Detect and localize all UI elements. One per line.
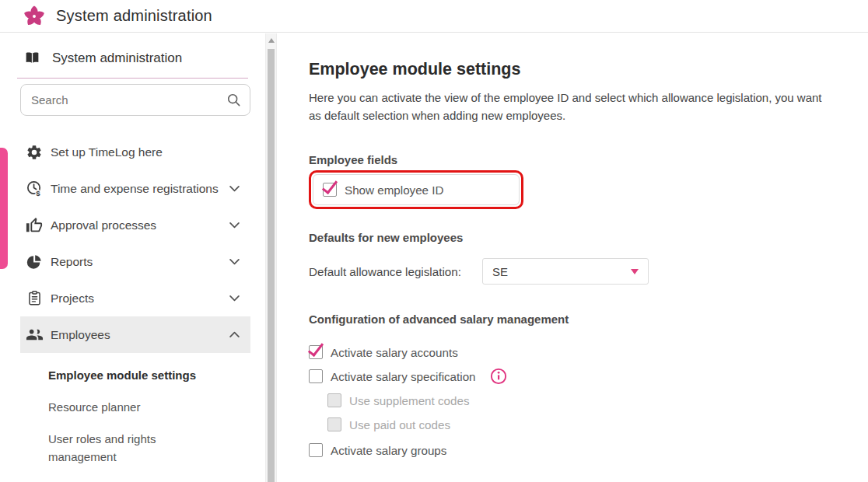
sidebar-item-label: Set up TimeLog here — [51, 145, 163, 159]
flower-logo-icon — [23, 5, 46, 28]
use-paid-out-codes-row: Use paid out codes — [327, 417, 837, 432]
search-input[interactable] — [20, 84, 250, 116]
annotation-highlight: Show employee ID — [309, 170, 523, 209]
sidebar-subitem-employee-module-settings[interactable]: Employee module settings — [0, 359, 265, 391]
employees-submenu: Employee module settings Resource planne… — [0, 353, 265, 473]
chevron-down-icon — [229, 295, 240, 302]
magnifier-icon[interactable] — [226, 92, 242, 108]
sidebar-item-employees[interactable]: Employees — [20, 316, 250, 353]
activate-salary-groups-checkbox[interactable] — [309, 443, 323, 457]
pie-chart-icon — [25, 253, 44, 271]
sidebar-title: System administration — [52, 51, 182, 66]
info-circle-icon[interactable] — [490, 368, 507, 385]
employee-id-field-box: Show employee ID — [313, 174, 520, 205]
activate-salary-accounts-checkbox[interactable] — [309, 345, 323, 359]
checkbox-label: Activate salary groups — [331, 444, 446, 457]
thumbs-up-icon — [25, 216, 44, 235]
clipboard-icon — [25, 289, 44, 308]
scrollbar-thumb[interactable] — [268, 49, 275, 482]
sidebar-item-approval-processes[interactable]: Approval processes — [20, 207, 250, 243]
sidebar: System administration Set up TimeLog her… — [0, 33, 265, 482]
scrollbar-up-arrow[interactable] — [268, 38, 275, 43]
activate-salary-specification-checkbox[interactable] — [309, 369, 323, 383]
page-description: Here you can activate the view of the em… — [309, 89, 837, 124]
show-employee-id-row[interactable]: Show employee ID — [323, 183, 509, 197]
accent-bar — [0, 148, 8, 269]
checkbox-label: Use paid out codes — [349, 418, 450, 431]
sidebar-subitem-resource-planner[interactable]: Resource planner — [0, 391, 265, 423]
use-supplement-codes-checkbox — [327, 393, 341, 407]
activate-salary-groups-row[interactable]: Activate salary groups — [309, 442, 837, 458]
people-icon — [25, 326, 44, 344]
main-content: Employee module settings Here you can ac… — [278, 33, 868, 482]
checkbox-label: Activate salary specification — [331, 370, 476, 383]
checkbox-label: Use supplement codes — [349, 394, 470, 407]
sidebar-item-label: Approval processes — [51, 218, 156, 232]
search-box — [20, 84, 250, 116]
app-header: System administration — [0, 0, 868, 33]
app-title: System administration — [56, 7, 212, 25]
activate-salary-specification-row[interactable]: Activate salary specification — [309, 368, 837, 384]
chevron-down-icon — [229, 258, 240, 265]
sidebar-item-label: Employees — [51, 328, 110, 342]
gear-icon — [25, 143, 44, 162]
select-value: SE — [492, 265, 508, 278]
sidebar-item-label: Time and expense registrations — [51, 182, 219, 196]
section-heading-salary: Configuration of advanced salary managem… — [309, 313, 837, 326]
chevron-down-icon — [229, 185, 240, 192]
section-heading-employee-fields: Employee fields — [309, 153, 837, 166]
allowance-legislation-select[interactable]: SE — [482, 258, 649, 285]
page-title: Employee module settings — [309, 60, 837, 79]
chevron-down-icon — [229, 222, 240, 229]
use-paid-out-codes-checkbox — [327, 417, 341, 431]
svg-text:$: $ — [36, 189, 40, 197]
sidebar-item-projects[interactable]: Projects — [20, 280, 250, 316]
checkbox-label: Show employee ID — [345, 183, 443, 197]
sidebar-item-reports[interactable]: Reports — [20, 243, 250, 280]
sidebar-nav: Set up TimeLog here $ Time and expense r… — [0, 134, 265, 473]
sidebar-item-time-expense[interactable]: $ Time and expense registrations — [20, 170, 250, 207]
salary-checkbox-list: Activate salary accounts Activate salary… — [309, 344, 837, 458]
sidebar-scrollbar — [265, 33, 277, 482]
checkbox-label: Activate salary accounts — [331, 346, 458, 359]
sidebar-item-label: Projects — [51, 292, 94, 306]
caret-down-icon — [631, 269, 639, 274]
section-heading-defaults: Defaults for new employees — [309, 231, 837, 244]
sidebar-header: System administration — [0, 33, 265, 67]
sidebar-divider — [17, 78, 248, 79]
chevron-up-icon — [229, 331, 240, 338]
show-employee-id-checkbox[interactable] — [323, 183, 337, 197]
sidebar-item-label: Reports — [51, 255, 93, 269]
activate-salary-accounts-row[interactable]: Activate salary accounts — [309, 344, 837, 360]
sidebar-item-setup-timelog[interactable]: Set up TimeLog here — [20, 134, 250, 170]
allowance-legislation-label: Default allowance legislation: — [309, 265, 482, 278]
clock-money-icon: $ — [25, 180, 44, 198]
book-icon — [23, 49, 41, 67]
use-supplement-codes-row: Use supplement codes — [327, 393, 837, 408]
allowance-legislation-row: Default allowance legislation: SE — [309, 258, 837, 285]
sidebar-subitem-user-roles-rights[interactable]: User roles and rights management — [0, 423, 265, 473]
